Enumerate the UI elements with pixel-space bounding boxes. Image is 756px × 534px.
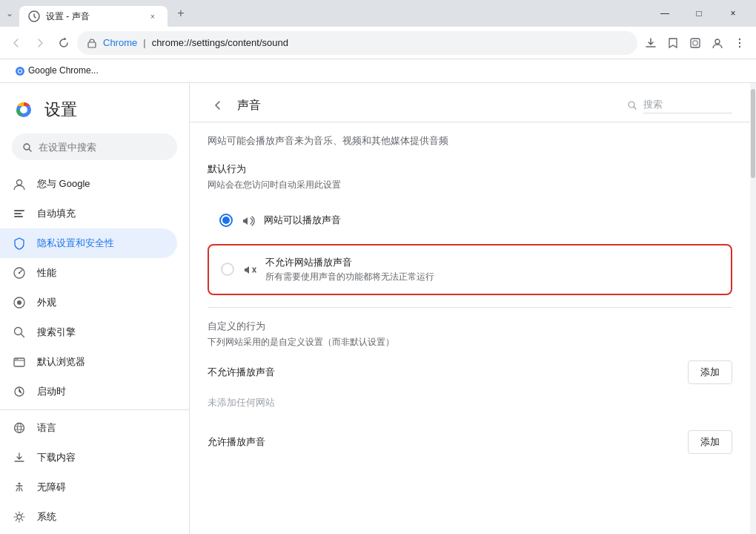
forward-button[interactable] xyxy=(30,33,50,53)
navigation-bar: Chrome | chrome://settings/content/sound xyxy=(0,27,756,59)
content-header: 声音 搜索 xyxy=(190,83,750,122)
allow-sound-radio[interactable] xyxy=(219,214,233,227)
close-button[interactable]: × xyxy=(716,0,750,27)
allow-permission-title: 允许播放声音 xyxy=(208,435,265,449)
tab-list-chevron[interactable]: ⌄ xyxy=(6,8,13,19)
chrome-logo xyxy=(12,98,36,122)
google-account-icon xyxy=(12,177,27,191)
sidebar-item-startup[interactable]: 启动时 xyxy=(0,377,177,406)
accessibility-icon xyxy=(12,480,27,495)
sidebar-item-default-browser[interactable]: 默认浏览器 xyxy=(0,347,177,377)
svg-rect-17 xyxy=(14,213,21,214)
address-path: chrome://settings/content/sound xyxy=(152,37,288,48)
svg-point-23 xyxy=(15,328,22,335)
sidebar-item-google[interactable]: 您与 Google xyxy=(0,169,177,199)
block-sound-radio[interactable] xyxy=(221,263,234,276)
back-button[interactable] xyxy=(6,33,27,53)
sidebar-item-label: 默认浏览器 xyxy=(37,355,85,369)
sound-on-icon xyxy=(242,214,255,228)
block-sound-sublabel: 所有需要使用声音的功能都将无法正常运行 xyxy=(265,271,434,283)
default-behavior-sublabel: 网站会在您访问时自动采用此设置 xyxy=(208,179,732,191)
content-body: 网站可能会播放声音来为音乐、视频和其他媒体提供音频 默认行为 网站会在您访问时自… xyxy=(190,122,750,481)
content-search-bar[interactable]: 搜索 xyxy=(627,98,732,113)
sidebar-item-privacy[interactable]: 隐私设置和安全性 xyxy=(0,228,177,258)
minimize-button[interactable]: — xyxy=(648,0,682,27)
search-engine-icon xyxy=(12,325,27,340)
svg-rect-18 xyxy=(14,216,23,217)
svg-point-6 xyxy=(739,42,740,43)
sidebar-item-label: 系统 xyxy=(37,510,56,524)
content-search-icon xyxy=(627,100,637,111)
bookmark-favicon xyxy=(15,65,25,76)
bookmark-item[interactable]: Google Chrome... xyxy=(9,62,105,79)
sidebar-item-label: 无障碍 xyxy=(37,481,66,494)
menu-icon[interactable] xyxy=(729,33,750,53)
content-area: 声音 搜索 网站可能会播放声音来为音乐、视频和其他媒体提供音频 默认行为 网站会… xyxy=(190,83,750,534)
right-scrollbar-thumb xyxy=(751,89,755,178)
svg-point-25 xyxy=(16,359,16,360)
appearance-icon xyxy=(12,295,27,310)
downloads-icon xyxy=(12,450,27,465)
tab-title: 设置 - 声音 xyxy=(46,10,141,23)
svg-point-13 xyxy=(20,106,27,113)
sound-off-icon xyxy=(243,263,256,277)
svg-rect-3 xyxy=(693,41,697,45)
address-brand: Chrome xyxy=(103,37,137,48)
profile-icon[interactable] xyxy=(707,33,728,53)
autofill-icon xyxy=(12,206,27,221)
sidebar-item-label: 语言 xyxy=(37,421,56,435)
sidebar-search-box[interactable] xyxy=(12,134,177,160)
svg-rect-1 xyxy=(88,42,96,47)
default-browser-icon xyxy=(12,355,27,369)
sidebar-item-label: 自动填充 xyxy=(37,207,76,220)
system-icon xyxy=(12,510,27,524)
sidebar-item-appearance[interactable]: 外观 xyxy=(0,288,177,317)
address-separator: | xyxy=(143,37,145,48)
svg-point-29 xyxy=(18,423,21,433)
active-tab[interactable]: 设置 - 声音 × xyxy=(19,6,168,27)
content-search-label: 搜索 xyxy=(643,98,732,113)
svg-point-5 xyxy=(739,38,740,39)
new-tab-button[interactable]: + xyxy=(170,3,191,24)
sidebar-item-system[interactable]: 系统 xyxy=(0,502,177,532)
sidebar-item-language[interactable]: 语言 xyxy=(0,413,177,443)
block-sound-option[interactable]: 不允许网站播放声音 所有需要使用声音的功能都将无法正常运行 xyxy=(208,244,732,295)
tab-search-icon[interactable] xyxy=(685,33,706,53)
tab-close-button[interactable]: × xyxy=(147,10,159,22)
title-bar: ⌄ 设置 - 声音 × + — □ × xyxy=(0,0,756,27)
allow-sound-option[interactable]: 网站可以播放声音 xyxy=(208,203,732,238)
svg-rect-16 xyxy=(14,210,24,211)
svg-point-10 xyxy=(19,70,21,73)
allow-sound-text-group: 网站可以播放声音 xyxy=(264,214,341,227)
svg-point-28 xyxy=(15,423,24,433)
sidebar: 设置 您与 Google 自动填充 隐私设置和安全性 xyxy=(0,83,190,534)
address-bar[interactable]: Chrome | chrome://settings/content/sound xyxy=(77,31,637,55)
sidebar-search-input[interactable] xyxy=(39,142,167,153)
bookmark-icon[interactable] xyxy=(663,33,683,53)
svg-point-7 xyxy=(739,45,740,47)
title-bar-left: ⌄ 设置 - 声音 × + xyxy=(6,3,648,24)
block-add-button[interactable]: 添加 xyxy=(688,360,732,384)
sidebar-item-accessibility[interactable]: 无障碍 xyxy=(0,472,177,502)
content-page-title: 声音 xyxy=(237,98,261,113)
nav-actions xyxy=(640,33,750,53)
settings-header: 设置 xyxy=(0,89,189,134)
sidebar-item-performance[interactable]: 性能 xyxy=(0,258,177,288)
custom-behavior-sublabel: 下列网站采用的是自定义设置（而非默认设置） xyxy=(208,336,732,349)
right-scrollbar[interactable] xyxy=(750,83,756,534)
sidebar-item-search[interactable]: 搜索引擎 xyxy=(0,317,177,347)
sidebar-divider xyxy=(0,409,189,410)
section-divider xyxy=(208,307,732,308)
refresh-button[interactable] xyxy=(53,33,74,53)
download-icon[interactable] xyxy=(640,33,661,53)
block-permission-section: 不允许播放声音 添加 未添加任何网站 xyxy=(208,360,732,415)
allow-add-button[interactable]: 添加 xyxy=(688,430,732,454)
lock-icon xyxy=(87,37,97,48)
restore-button[interactable]: □ xyxy=(682,0,716,27)
sidebar-item-downloads[interactable]: 下载内容 xyxy=(0,443,177,472)
settings-page-title: 设置 xyxy=(44,99,77,121)
sidebar-item-autofill[interactable]: 自动填充 xyxy=(0,199,177,228)
sidebar-item-label: 外观 xyxy=(37,296,56,309)
sidebar-item-label: 性能 xyxy=(37,266,56,280)
content-back-button[interactable] xyxy=(208,95,228,116)
